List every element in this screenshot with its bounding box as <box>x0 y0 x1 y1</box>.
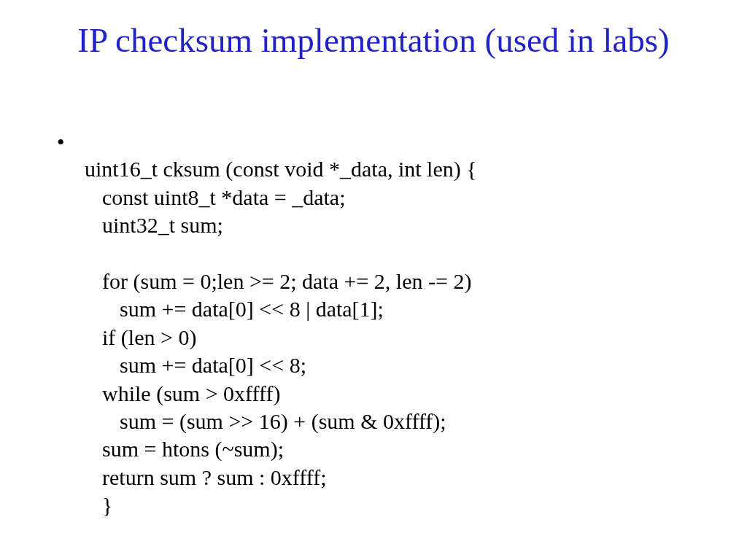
code-line: sum += data[0] << 8; <box>85 353 306 377</box>
bullet-marker: • <box>57 128 85 156</box>
slide-body: • uint16_t cksum (const void *_data, int… <box>57 128 718 519</box>
code-line: sum = htons (~sum); <box>85 437 284 461</box>
code-line: return sum ? sum : 0xffff; <box>85 465 326 489</box>
code-line: sum += data[0] << 8 | data[1]; <box>85 297 384 321</box>
code-line: const uint8_t *data = _data; <box>85 185 346 209</box>
code-line: if (len > 0) <box>85 325 196 349</box>
bullet-item: • uint16_t cksum (const void *_data, int… <box>57 128 718 519</box>
code-block: uint16_t cksum (const void *_data, int l… <box>85 128 477 519</box>
code-line: sum = (sum >> 16) + (sum & 0xffff); <box>85 409 446 433</box>
code-line: while (sum > 0xffff) <box>85 381 280 405</box>
code-line: uint32_t sum; <box>85 213 223 237</box>
code-line: } <box>85 493 112 517</box>
slide: IP checksum implementation (used in labs… <box>0 0 747 560</box>
code-line: uint16_t cksum (const void *_data, int l… <box>85 157 477 181</box>
code-line: for (sum = 0;len >= 2; data += 2, len -=… <box>85 269 471 293</box>
slide-title: IP checksum implementation (used in labs… <box>0 0 747 60</box>
